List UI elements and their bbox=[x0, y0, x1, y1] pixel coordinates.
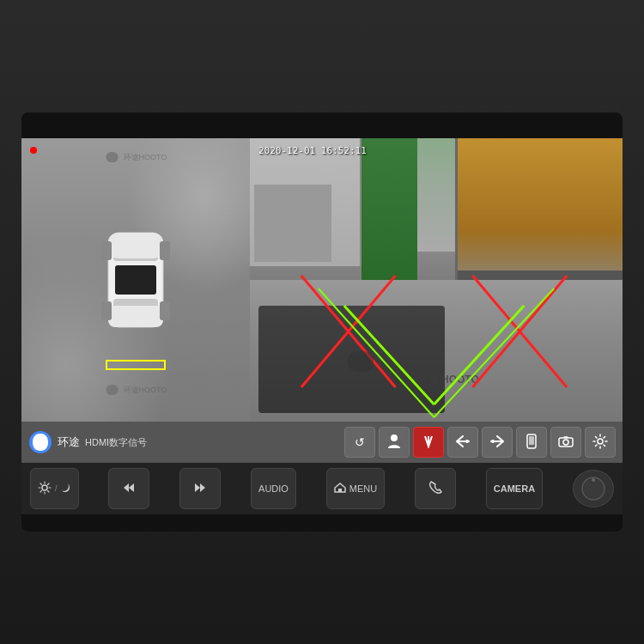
car-infotainment-unit: 环途HOOTO bbox=[0, 0, 644, 644]
knob-icon bbox=[580, 476, 606, 501]
svg-rect-4 bbox=[108, 306, 163, 327]
next-track-button[interactable] bbox=[179, 468, 221, 509]
top-bezel bbox=[21, 112, 623, 138]
svg-point-25 bbox=[563, 440, 568, 445]
phone-button[interactable] bbox=[415, 468, 456, 509]
svg-rect-6 bbox=[101, 241, 112, 260]
home-icon bbox=[334, 483, 346, 495]
person-icon bbox=[387, 434, 401, 452]
svg-point-27 bbox=[42, 485, 47, 490]
svg-rect-23 bbox=[529, 436, 534, 445]
menu-label-text: MENU bbox=[349, 483, 377, 494]
logo-mark-right bbox=[343, 349, 378, 379]
refresh-icon: ↺ bbox=[355, 435, 365, 449]
svg-point-21 bbox=[491, 440, 495, 443]
bottom-bezel bbox=[21, 514, 623, 532]
arrow-left-icon bbox=[455, 435, 471, 450]
brand-overlay-text: 环途|HOOTO bbox=[418, 373, 479, 387]
prev-track-icon bbox=[122, 482, 136, 495]
arrow-right-icon bbox=[489, 435, 505, 450]
camera-label-text: CAMERA bbox=[494, 483, 535, 494]
toolbar-buttons: ↺ bbox=[344, 427, 616, 458]
huantu-logo-icon bbox=[28, 430, 52, 454]
birdseye-panel: 环途HOOTO bbox=[21, 138, 250, 422]
active-mode-button[interactable] bbox=[413, 427, 444, 458]
svg-point-20 bbox=[465, 440, 469, 443]
svg-point-34 bbox=[592, 478, 595, 482]
building-left bbox=[250, 138, 361, 266]
svg-rect-7 bbox=[160, 241, 170, 260]
phone-icon-small bbox=[526, 434, 538, 452]
rear-camera-panel: 2020-12-01 16:52:11 环途|HOOTO bbox=[250, 138, 623, 422]
audio-button[interactable]: AUDIO bbox=[251, 468, 296, 509]
truck-shape bbox=[455, 138, 623, 295]
moon-icon bbox=[61, 483, 71, 495]
person-button[interactable] bbox=[379, 427, 410, 458]
svg-marker-30 bbox=[195, 483, 200, 492]
svg-marker-29 bbox=[129, 483, 134, 492]
brand-name-text: 环途 bbox=[58, 434, 80, 450]
svg-rect-3 bbox=[108, 233, 163, 258]
volume-knob[interactable] bbox=[573, 470, 614, 507]
timestamp-display: 2020-12-01 16:52:11 bbox=[258, 145, 367, 156]
svg-rect-32 bbox=[338, 489, 342, 492]
car-topdown-icon bbox=[101, 224, 170, 336]
camera-view: 环途HOOTO bbox=[21, 138, 623, 422]
control-bar: / AUDIO bbox=[21, 463, 623, 514]
left-logo-top-text: 环途HOOTO bbox=[124, 152, 167, 163]
toolbar: 环途 HDMI数字信号 ↺ bbox=[21, 422, 623, 463]
prev-track-button[interactable] bbox=[108, 468, 149, 509]
svg-rect-9 bbox=[160, 301, 170, 320]
phone-handset-icon bbox=[428, 481, 442, 496]
menu-button[interactable]: MENU bbox=[326, 468, 385, 509]
camera-toolbar-button[interactable] bbox=[550, 427, 581, 458]
settings-button[interactable] bbox=[585, 427, 616, 458]
left-panel-logo-top: 环途HOOTO bbox=[105, 151, 167, 163]
svg-rect-5 bbox=[115, 265, 156, 295]
svg-rect-8 bbox=[101, 301, 112, 320]
brightness-button[interactable]: / bbox=[30, 468, 79, 509]
left-panel-logo-bottom: 环途HOOTO bbox=[105, 384, 167, 396]
active-icon bbox=[422, 434, 435, 451]
trees-area bbox=[361, 138, 417, 280]
refresh-button[interactable]: ↺ bbox=[344, 427, 375, 458]
svg-point-19 bbox=[391, 434, 398, 441]
svg-marker-28 bbox=[124, 483, 129, 492]
next-track-icon bbox=[193, 482, 207, 495]
phone-toolbar-button[interactable] bbox=[516, 427, 547, 458]
brand-section: 环途 HDMI数字信号 bbox=[28, 430, 157, 454]
main-screen: 环途HOOTO bbox=[21, 138, 623, 514]
arrow-right-button[interactable] bbox=[482, 427, 513, 458]
audio-label-text: AUDIO bbox=[258, 483, 289, 494]
distance-guide-rect bbox=[106, 360, 166, 370]
arrow-left-button[interactable] bbox=[447, 427, 478, 458]
camera-button[interactable]: CAMERA bbox=[486, 468, 543, 509]
svg-point-26 bbox=[598, 439, 603, 444]
camera-icon-small bbox=[558, 435, 574, 450]
gear-icon bbox=[592, 434, 608, 452]
recording-indicator bbox=[30, 147, 37, 154]
brightness-icon bbox=[38, 481, 52, 496]
svg-marker-31 bbox=[200, 483, 205, 492]
signal-text: HDMI数字信号 bbox=[85, 436, 147, 449]
left-logo-bottom-text: 环途HOOTO bbox=[124, 385, 167, 396]
